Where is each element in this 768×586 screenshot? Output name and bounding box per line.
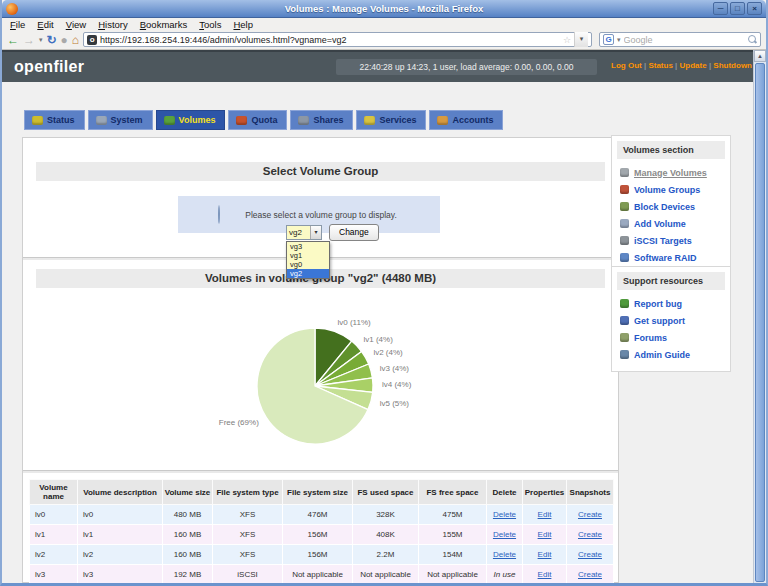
tab-accounts[interactable]: Accounts xyxy=(429,110,503,130)
url-bar[interactable]: o ☆ ▾ xyxy=(83,32,592,47)
delete-link[interactable]: Delete xyxy=(493,550,516,559)
home-icon[interactable]: ⌂ xyxy=(72,34,79,46)
support-resources-items: Report bugGet supportForumsAdmin Guide xyxy=(617,295,725,363)
sidebar-item-label: Block Devices xyxy=(634,202,695,212)
volumes-icon xyxy=(164,116,175,125)
sidebar-item-iscsi-targets[interactable]: iSCSI Targets xyxy=(617,232,725,249)
support-resources-title: Support resources xyxy=(617,272,725,290)
sidebar-item-admin-guide[interactable]: Admin Guide xyxy=(617,346,725,363)
menu-help[interactable]: Help xyxy=(233,19,253,30)
minimize-button[interactable]: ─ xyxy=(713,2,728,15)
volume-groups-icon xyxy=(620,185,629,194)
back-button-icon[interactable]: ← xyxy=(7,34,19,46)
url-dropdown-icon[interactable]: ▾ xyxy=(574,32,588,47)
header-link-log-out[interactable]: Log Out xyxy=(611,61,642,70)
menu-history[interactable]: History xyxy=(98,19,128,30)
header-link-status[interactable]: Status xyxy=(648,61,672,70)
app-header: openfiler 22:40:28 up 14:23, 1 user, loa… xyxy=(2,50,766,82)
add-volume-icon xyxy=(620,219,629,228)
change-button[interactable]: Change xyxy=(329,224,379,241)
close-button[interactable]: × xyxy=(747,2,762,15)
selected-volume-group: vg2 xyxy=(287,226,310,239)
title-bar[interactable]: Volumes : Manage Volumes - Mozilla Firef… xyxy=(2,0,766,18)
history-dropdown-icon[interactable]: ▾ xyxy=(39,34,43,46)
table-cell: Create xyxy=(567,525,614,545)
block-devices-icon xyxy=(620,202,629,211)
status-icon xyxy=(32,116,43,125)
bookmark-star-icon[interactable]: ☆ xyxy=(563,35,571,45)
dropdown-option-vg3[interactable]: vg3 xyxy=(287,242,329,251)
dropdown-option-vg1[interactable]: vg1 xyxy=(287,251,329,260)
engine-dropdown-icon[interactable]: ▾ xyxy=(617,36,621,44)
tab-system[interactable]: System xyxy=(88,110,153,130)
tab-shares[interactable]: Shares xyxy=(290,110,353,130)
sidebar-item-forums[interactable]: Forums xyxy=(617,329,725,346)
sidebar-item-get-support[interactable]: Get support xyxy=(617,312,725,329)
sidebar-item-manage-volumes[interactable]: Manage Volumes xyxy=(617,164,725,181)
volume-group-select[interactable]: vg2 ▾ xyxy=(286,225,322,240)
header-link-shutdown[interactable]: Shutdown xyxy=(713,61,752,70)
stop-icon[interactable]: ● xyxy=(61,34,68,46)
column-header: Volume size xyxy=(163,480,213,505)
edit-link[interactable]: Edit xyxy=(538,570,552,579)
table-cell: Create xyxy=(567,545,614,565)
volume-group-dropdown-list: vg3vg1vg0vg2 xyxy=(286,241,330,279)
table-cell: Edit xyxy=(523,525,567,545)
maximize-button[interactable]: □ xyxy=(730,2,745,15)
sidebar-item-report-bug[interactable]: Report bug xyxy=(617,295,725,312)
edit-link[interactable]: Edit xyxy=(538,530,552,539)
menu-tools[interactable]: Tools xyxy=(199,19,221,30)
edit-link[interactable]: Edit xyxy=(538,510,552,519)
menu-edit[interactable]: Edit xyxy=(37,19,53,30)
search-input[interactable] xyxy=(624,34,745,46)
table-cell: Edit xyxy=(523,545,567,565)
sidebar-item-software-raid[interactable]: Software RAID xyxy=(617,249,725,266)
menu-file[interactable]: File xyxy=(10,19,25,30)
volumes-table-body: lv0lv0480 MBXFS476M328K475MDeleteEditCre… xyxy=(30,505,614,585)
menu-bookmarks[interactable]: Bookmarks xyxy=(140,19,188,30)
table-cell: lv0 xyxy=(78,505,163,525)
pie-label: Free (69%) xyxy=(219,418,259,427)
sidebar-item-block-devices[interactable]: Block Devices xyxy=(617,198,725,215)
volumes-section-box: Volumes section Manage VolumesVolume Gro… xyxy=(611,135,731,275)
delete-link[interactable]: Delete xyxy=(493,510,516,519)
delete-link[interactable]: Delete xyxy=(493,530,516,539)
google-engine-icon[interactable]: G xyxy=(603,34,614,45)
edit-link[interactable]: Edit xyxy=(538,550,552,559)
reload-icon[interactable]: ↻ xyxy=(47,34,57,46)
scrollbar-thumb[interactable] xyxy=(755,63,765,582)
create-link[interactable]: Create xyxy=(578,530,602,539)
table-cell: lv2 xyxy=(30,545,78,565)
create-link[interactable]: Create xyxy=(578,550,602,559)
tab-status[interactable]: Status xyxy=(24,110,85,130)
scroll-up-icon[interactable]: ▲ xyxy=(754,50,766,62)
select-dropdown-icon[interactable]: ▾ xyxy=(310,226,321,239)
dropdown-option-vg0[interactable]: vg0 xyxy=(287,260,329,269)
search-icon[interactable] xyxy=(748,35,757,44)
table-cell: Edit xyxy=(523,505,567,525)
dropdown-option-vg2[interactable]: vg2 xyxy=(287,269,329,278)
create-link[interactable]: Create xyxy=(578,510,602,519)
table-cell: 192 MB xyxy=(163,565,213,585)
header-link-update[interactable]: Update xyxy=(680,61,707,70)
sidebar-item-volume-groups[interactable]: Volume Groups xyxy=(617,181,725,198)
tab-label: Shares xyxy=(313,115,343,125)
url-input[interactable] xyxy=(100,34,560,46)
pie-label: lv2 (4%) xyxy=(373,348,403,357)
forward-button-icon[interactable]: → xyxy=(23,34,35,46)
table-cell: XFS xyxy=(213,505,283,525)
menu-view[interactable]: View xyxy=(66,19,86,30)
table-cell: 475M xyxy=(419,505,487,525)
vertical-scrollbar[interactable]: ▲ xyxy=(753,50,766,583)
in-use-text: In use xyxy=(494,570,516,579)
search-bar[interactable]: G ▾ xyxy=(599,32,761,47)
table-cell: lv0 xyxy=(30,505,78,525)
tab-label: Quota xyxy=(251,115,277,125)
tab-services[interactable]: Services xyxy=(356,110,426,130)
create-link[interactable]: Create xyxy=(578,570,602,579)
sidebar-item-add-volume[interactable]: Add Volume xyxy=(617,215,725,232)
tab-quota[interactable]: Quota xyxy=(228,110,287,130)
table-cell: Edit xyxy=(523,565,567,585)
window-title: Volumes : Manage Volumes - Mozilla Firef… xyxy=(2,3,766,14)
tab-volumes[interactable]: Volumes xyxy=(156,110,226,130)
